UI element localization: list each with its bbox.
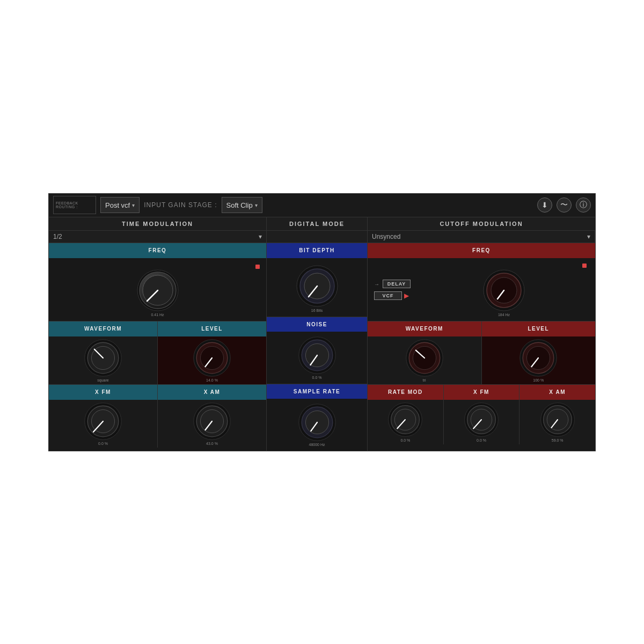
cutoff-freq-indicator <box>582 264 587 268</box>
delay-vcf-diagram: → DELAY VCF ▶ <box>372 277 413 302</box>
time-freq-header: FREQ <box>49 243 266 258</box>
soft-clip-dropdown[interactable]: Soft Clip ▾ <box>222 197 262 213</box>
cutoff-ratemod-cell: 0.0 % <box>368 400 444 444</box>
plugin-container: FEEDBACK ROUTING : Post vcf ▾ INPUT GAIN… <box>48 193 596 451</box>
time-xfm-value: 0.0 % <box>98 442 108 445</box>
cutoff-level-value: 100 % <box>533 378 544 382</box>
cutoff-ratemod-header: RATE MOD <box>368 385 444 400</box>
feedback-routing: FEEDBACK ROUTING : <box>53 196 96 214</box>
time-dropdown-value: 1/2 <box>53 233 62 240</box>
cutoff-freq-section: → DELAY VCF ▶ <box>368 258 595 321</box>
time-waveform-cell: square <box>49 336 158 384</box>
time-freq-value: 0.41 Hz <box>151 313 164 317</box>
section-headers: TIME MODULATION DIGITAL MODE CUTOFF MODU… <box>49 217 595 231</box>
time-xam-header: X AM <box>158 385 266 400</box>
cutoff-level-knob[interactable] <box>519 339 558 377</box>
time-level-header: LEVEL <box>158 321 266 336</box>
info-icon-btn[interactable]: ⓘ <box>576 197 591 213</box>
bit-depth-knob[interactable] <box>296 265 339 308</box>
download-icon: ⬇ <box>541 201 548 209</box>
cutoff-dropdown-arrow: ▾ <box>587 233 590 240</box>
time-level-cell: 14.0 % <box>158 336 266 384</box>
bit-depth-value: 16 Bits <box>311 309 323 312</box>
noise-value: 0.0 % <box>312 376 322 379</box>
post-vcf-dropdown[interactable]: Post vcf ▾ <box>100 197 140 213</box>
post-vcf-arrow: ▾ <box>132 202 135 208</box>
time-dropdown-arrow: ▾ <box>259 233 262 240</box>
cutoff-freq-knob-section: 184 Hz <box>417 264 591 317</box>
col-digital: BIT DEPTH 16 Bits NOISE <box>267 243 368 451</box>
feedback-label1: FEEDBACK <box>56 201 93 205</box>
cutoff-dropdown[interactable]: Unsynced ▾ <box>368 231 595 243</box>
post-vcf-label: Post vcf <box>105 201 130 209</box>
cutoff-bottom-headers: RATE MOD X FM X AM <box>368 384 595 400</box>
cutoff-ratemod-value: 0.0 % <box>400 438 410 442</box>
cutoff-freq-value: 184 Hz <box>498 313 510 317</box>
soft-clip-label: Soft Clip <box>226 201 253 209</box>
time-freq-indicator <box>255 265 260 269</box>
top-bar: FEEDBACK ROUTING : Post vcf ▾ INPUT GAIN… <box>49 194 595 217</box>
cutoff-waveform-value: tri <box>423 378 426 382</box>
cutoff-waveform-knob[interactable] <box>405 339 444 377</box>
dropdowns-row: 1/2 ▾ Unsynced ▾ <box>49 231 595 243</box>
time-xam-knob[interactable] <box>193 402 231 441</box>
time-waveform-level-knobs: square 14.0 % <box>49 336 266 384</box>
vcf-box: VCF <box>374 291 402 300</box>
wave-icon: 〜 <box>560 200 568 210</box>
time-modulation-header: TIME MODULATION <box>49 217 267 230</box>
digital-mode-header: DIGITAL MODE <box>267 217 368 230</box>
time-xam-value: 43.0 % <box>206 442 218 445</box>
noise-knob[interactable] <box>298 336 336 375</box>
time-xfm-knob[interactable] <box>84 402 122 441</box>
info-icon: ⓘ <box>580 200 587 210</box>
time-dropdown[interactable]: 1/2 ▾ <box>49 231 267 243</box>
delay-box: DELAY <box>383 280 411 288</box>
sample-rate-header: SAMPLE RATE <box>267 384 367 399</box>
time-xam-cell: 43.0 % <box>158 400 266 448</box>
cutoff-level-cell: 100 % <box>482 336 596 384</box>
cutoff-xam-header: X AM <box>519 385 595 400</box>
cutoff-freq-knob[interactable] <box>482 269 525 312</box>
cutoff-ratemod-knob[interactable] <box>387 402 423 437</box>
cutoff-xfm-value: 0.0 % <box>477 438 486 442</box>
time-xfm-header: X FM <box>49 385 158 400</box>
noise-section: 0.0 % <box>267 332 367 384</box>
sample-rate-knob[interactable] <box>298 403 336 442</box>
time-freq-knob[interactable] <box>136 269 179 312</box>
noise-header: NOISE <box>267 317 367 332</box>
cutoff-xfm-knob[interactable] <box>464 402 499 437</box>
cutoff-waveform-level-header: WAVEFORM LEVEL <box>368 321 595 336</box>
time-xfm-xam-header: X FM X AM <box>49 384 266 400</box>
bit-depth-section: 16 Bits <box>267 258 367 317</box>
time-level-knob[interactable] <box>193 339 231 377</box>
col-time: FREQ <box>49 243 267 451</box>
time-freq-knob-section: 0.41 Hz <box>49 258 266 321</box>
cutoff-modulation-header: CUTOFF MODULATION <box>368 217 595 230</box>
vcf-arrow-icon: ▶ <box>404 292 409 299</box>
soft-clip-arrow: ▾ <box>255 202 258 208</box>
cutoff-freq-header: FREQ <box>368 243 595 258</box>
wave-icon-btn[interactable]: 〜 <box>557 197 572 213</box>
cutoff-xam-knob[interactable] <box>540 402 575 437</box>
cutoff-waveform-header: WAVEFORM <box>368 321 482 336</box>
cutoff-xam-value: 59.0 % <box>552 438 564 442</box>
cutoff-dropdown-value: Unsynced <box>372 233 400 240</box>
download-icon-btn[interactable]: ⬇ <box>537 197 552 213</box>
time-xfm-xam-knobs: 0.0 % 43.0 % <box>49 400 266 448</box>
sample-rate-section: 48000 Hz <box>267 399 367 451</box>
time-waveform-level-header: WAVEFORM LEVEL <box>49 321 266 336</box>
cutoff-level-header: LEVEL <box>482 321 596 336</box>
time-waveform-header: WAVEFORM <box>49 321 158 336</box>
cutoff-bottom-knobs: 0.0 % 0.0 % <box>368 400 595 444</box>
main-grid: FREQ <box>49 243 595 451</box>
cutoff-waveform-level-knobs: tri 100 % <box>368 336 595 384</box>
time-waveform-knob[interactable] <box>84 339 122 377</box>
cutoff-xfm-cell: 0.0 % <box>444 400 520 444</box>
time-waveform-value: square <box>97 378 108 382</box>
col-cutoff: FREQ → DELAY VCF ▶ <box>368 243 595 451</box>
time-level-value: 14.0 % <box>206 378 218 382</box>
cutoff-waveform-cell: tri <box>368 336 482 384</box>
digital-dropdown <box>267 231 368 243</box>
input-gain-label: INPUT GAIN STAGE : <box>144 201 217 209</box>
cutoff-xfm-header: X FM <box>444 385 520 400</box>
